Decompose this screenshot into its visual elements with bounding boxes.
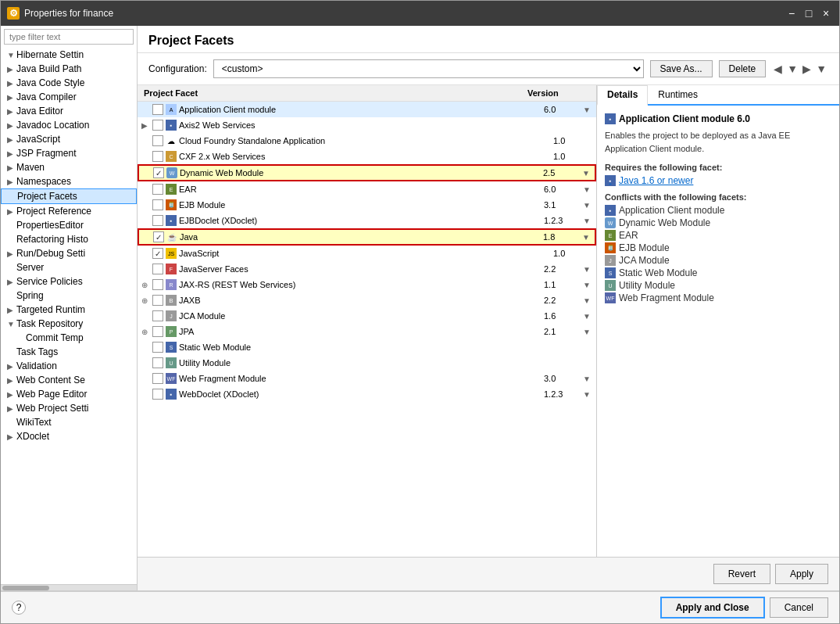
table-row[interactable]: WF Web Fragment Module 3.0 ▼ [138,371,596,386]
save-as-button[interactable]: Save As... [650,60,713,77]
dropdown-icon[interactable]: ▼ [583,281,592,289]
table-row[interactable]: W Dynamic Web Module 2.5 ▼ [138,164,596,181]
sidebar-item-javadoc[interactable]: ▶ Javadoc Location [1,118,137,132]
sidebar-item-project-reference[interactable]: ▶ Project Reference [1,204,137,218]
sidebar-item-web-page[interactable]: ▶ Web Page Editor [1,387,137,401]
facet-checkbox[interactable] [152,342,163,353]
facet-checkbox[interactable] [152,135,163,146]
sidebar-item-java-editor[interactable]: ▶ Java Editor [1,104,137,118]
cancel-button[interactable]: Cancel [770,597,828,618]
table-row[interactable]: ▶ ▪ Axis2 Web Services [138,117,596,133]
table-row[interactable]: ⊕ B JAXB 2.2 ▼ [138,292,596,308]
dropdown-icon[interactable]: ▼ [583,312,592,321]
facet-checkbox[interactable] [152,295,163,306]
facet-checkbox[interactable] [152,151,163,162]
table-row[interactable]: E EAR 6.0 ▼ [138,181,596,197]
table-row[interactable]: ▪ WebDoclet (XDoclet) 1.2.3 ▼ [138,386,596,402]
table-row[interactable]: ▪ EJBDoclet (XDoclet) 1.2.3 ▼ [138,213,596,228]
sidebar-item-refactoring[interactable]: Refactoring Histo [1,232,137,246]
table-row[interactable]: ☕ Java 1.8 ▼ [138,228,596,246]
sidebar-item-java-code-style[interactable]: ▶ Java Code Style [1,76,137,90]
forward-button[interactable]: ▶ [801,61,813,77]
close-button[interactable]: × [819,6,833,20]
dropdown-icon[interactable]: ▼ [582,169,592,178]
sidebar-item-xdoclet[interactable]: ▶ XDoclet [1,429,137,443]
facet-checkbox[interactable] [152,373,163,384]
facet-checkbox[interactable] [152,184,163,195]
facet-checkbox[interactable] [153,231,164,242]
sidebar-item-wikitext[interactable]: WikiText [1,415,137,429]
delete-button[interactable]: Delete [719,60,767,77]
sidebar-item-server[interactable]: Server [1,260,137,274]
sidebar-item-run-debug[interactable]: ▶ Run/Debug Setti [1,246,137,260]
sidebar-scrollbar[interactable] [1,584,137,590]
table-row[interactable]: F JavaServer Faces 2.2 ▼ [138,261,596,277]
facet-checkbox[interactable] [152,279,163,290]
back-dropdown-button[interactable]: ▼ [785,61,799,77]
sidebar-item-java-compiler[interactable]: ▶ Java Compiler [1,90,137,104]
tab-runtimes[interactable]: Runtimes [648,85,708,104]
dropdown-icon[interactable]: ▼ [583,375,592,383]
expand-icon: ▶ [7,362,15,371]
facet-checkbox[interactable] [152,248,163,259]
table-row[interactable]: ⊕ P JPA 2.1 ▼ [138,324,596,339]
facet-checkbox[interactable] [152,326,163,337]
help-button[interactable]: ? [12,601,26,615]
apply-button[interactable]: Apply [775,564,828,584]
tab-details[interactable]: Details [597,85,648,106]
sidebar-item-service-policies[interactable]: ▶ Service Policies [1,274,137,289]
dropdown-icon[interactable]: ▼ [583,328,592,336]
table-row[interactable]: J JCA Module 1.6 ▼ [138,308,596,324]
minimize-button[interactable]: − [785,6,799,20]
forward-dropdown-button[interactable]: ▼ [814,61,828,77]
config-select[interactable]: <custom> [213,59,644,78]
sidebar-item-namespaces[interactable]: ▶ Namespaces [1,174,137,188]
facet-checkbox[interactable] [152,264,163,274]
sidebar-item-javascript[interactable]: ▶ JavaScript [1,132,137,146]
sidebar-item-commit-temp[interactable]: Commit Temp [1,331,137,345]
sidebar-item-task-tags[interactable]: Task Tags [1,345,137,359]
table-row[interactable]: ☁ Cloud Foundry Standalone Application 1… [138,133,596,149]
dropdown-icon[interactable]: ▼ [582,233,592,242]
facet-checkbox[interactable] [152,120,163,131]
table-row[interactable]: A Application Client module 6.0 ▼ [138,102,596,117]
facet-checkbox[interactable] [152,215,163,226]
sidebar-item-validation[interactable]: ▶ Validation [1,359,137,373]
back-button[interactable]: ◀ [772,61,784,77]
sidebar-item-spring[interactable]: Spring [1,289,137,303]
dropdown-icon[interactable]: ▼ [583,201,592,210]
sidebar-item-web-project[interactable]: ▶ Web Project Setti [1,401,137,415]
dropdown-icon[interactable]: ▼ [583,217,592,225]
dropdown-icon[interactable]: ▼ [583,185,592,194]
table-row[interactable]: 🫙 EJB Module 3.1 ▼ [138,197,596,213]
facet-checkbox[interactable] [152,357,163,368]
sidebar-item-java-build-path[interactable]: ▶ Java Build Path [1,62,137,76]
sidebar-item-project-facets[interactable]: Project Facets [1,188,137,204]
dropdown-icon[interactable]: ▼ [583,265,592,274]
apply-close-button[interactable]: Apply and Close [660,597,765,619]
facet-checkbox[interactable] [152,389,163,400]
sidebar-item-targeted[interactable]: ▶ Targeted Runtim [1,303,137,317]
dropdown-icon[interactable]: ▼ [583,296,592,305]
requires-item[interactable]: ▪ Java 1.6 or newer [605,175,831,186]
table-row[interactable]: ⊕ R JAX-RS (REST Web Services) 1.1 ▼ [138,277,596,292]
table-row[interactable]: U Utility Module [138,355,596,371]
table-row[interactable]: S Static Web Module [138,339,596,355]
sidebar-item-jsp[interactable]: ▶ JSP Fragment [1,146,137,160]
sidebar-item-web-content[interactable]: ▶ Web Content Se [1,373,137,387]
sidebar-item-properties-editor[interactable]: PropertiesEditor [1,218,137,232]
dropdown-icon[interactable]: ▼ [583,106,592,114]
facet-checkbox[interactable] [153,167,164,178]
filter-input[interactable] [4,29,134,45]
revert-button[interactable]: Revert [713,564,770,584]
facet-checkbox[interactable] [152,310,163,321]
sidebar-item-hibernate[interactable]: ▼ Hibernate Settin [1,48,137,62]
facet-checkbox[interactable] [152,104,163,115]
sidebar-item-task-repository[interactable]: ▼ Task Repository [1,317,137,331]
sidebar-item-maven[interactable]: ▶ Maven [1,160,137,174]
table-row[interactable]: C CXF 2.x Web Services 1.0 [138,149,596,164]
facet-checkbox[interactable] [152,199,163,210]
maximize-button[interactable]: □ [802,6,816,20]
dropdown-icon[interactable]: ▼ [583,390,592,399]
table-row[interactable]: JS JavaScript 1.0 [138,246,596,261]
